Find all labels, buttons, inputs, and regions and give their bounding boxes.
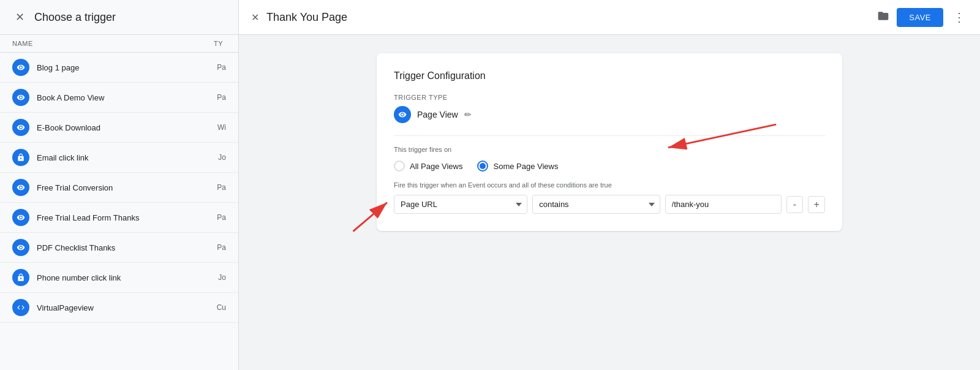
trigger-item-type: Wi: [214, 123, 226, 132]
page-view-icon: [394, 106, 411, 123]
close-right-panel-button[interactable]: ✕: [251, 12, 259, 23]
some-page-views-option[interactable]: Some Page Views: [477, 160, 558, 172]
trigger-item-type: Jo: [214, 273, 226, 282]
add-condition-button[interactable]: +: [808, 196, 825, 213]
list-item[interactable]: Phone number click link Jo: [0, 263, 238, 293]
eye-icon: [12, 89, 29, 106]
list-item[interactable]: PDF Checklist Thanks Pa: [0, 233, 238, 263]
lock-icon: [12, 269, 29, 286]
trigger-item-name: Phone number click link: [37, 273, 206, 282]
trigger-item-name: E-Book Download: [37, 123, 206, 132]
contains-select[interactable]: contains: [532, 195, 660, 214]
list-item[interactable]: Book A Demo View Pa: [0, 83, 238, 113]
trigger-item-name: Free Trial Conversion: [37, 183, 206, 192]
trigger-item-type: Pa: [214, 63, 226, 72]
trigger-item-type: Pa: [214, 243, 226, 252]
trigger-item-name: Blog 1 page: [37, 63, 206, 72]
all-page-views-radio[interactable]: [394, 160, 405, 172]
list-item[interactable]: VirtualPageview Cu: [0, 293, 238, 323]
edit-trigger-type-button[interactable]: ✏: [464, 110, 472, 119]
radio-row: All Page Views Some Page Views: [394, 160, 825, 172]
list-item[interactable]: Blog 1 page Pa: [0, 53, 238, 83]
table-header: Name Ty: [0, 35, 238, 53]
config-card-title: Trigger Configuration: [394, 70, 825, 81]
more-options-button[interactable]: ⋮: [951, 7, 968, 27]
left-panel-title: Choose a trigger: [34, 11, 116, 24]
condition-row: Page URL contains - +: [394, 195, 825, 214]
eye-icon: [12, 179, 29, 196]
folder-icon: [877, 10, 889, 25]
left-panel: ✕ Choose a trigger Name Ty Blog 1 page P…: [0, 0, 239, 370]
trigger-item-name: VirtualPageview: [37, 303, 206, 312]
trigger-item-type: Pa: [214, 213, 226, 222]
lock-icon: [12, 149, 29, 166]
trigger-list: Blog 1 page Pa Book A Demo View Pa E-Boo…: [0, 53, 238, 370]
fires-on-label: This trigger fires on: [394, 146, 825, 153]
condition-value-input[interactable]: [665, 195, 782, 214]
right-panel: ✕ Thank You Page SAVE ⋮ Trigge: [239, 0, 980, 370]
remove-condition-button[interactable]: -: [786, 196, 804, 213]
left-header: ✕ Choose a trigger: [0, 0, 238, 35]
column-type-header: Ty: [214, 40, 226, 47]
right-header: ✕ Thank You Page SAVE ⋮: [239, 0, 980, 35]
condition-label: Fire this trigger when an Event occurs a…: [394, 181, 825, 189]
trigger-type-label: Trigger type: [394, 94, 825, 101]
trigger-item-type: Cu: [214, 303, 226, 312]
trigger-item-name: Free Trial Lead Form Thanks: [37, 213, 206, 222]
save-button[interactable]: SAVE: [897, 8, 943, 27]
trigger-item-name: Email click link: [37, 153, 206, 162]
list-item[interactable]: Free Trial Conversion Pa: [0, 173, 238, 203]
list-item[interactable]: Email click link Jo: [0, 143, 238, 173]
some-page-views-radio[interactable]: [477, 160, 488, 172]
trigger-item-type: Pa: [214, 183, 226, 192]
divider: [394, 135, 825, 136]
trigger-item-name: PDF Checklist Thanks: [37, 243, 206, 252]
some-page-views-label: Some Page Views: [493, 162, 558, 171]
eye-icon: [12, 239, 29, 256]
page-view-label: Page View: [417, 110, 458, 119]
list-item[interactable]: Free Trial Lead Form Thanks Pa: [0, 203, 238, 233]
trigger-item-type: Jo: [214, 153, 226, 162]
eye-icon: [12, 209, 29, 226]
trigger-config-card: Trigger Configuration Trigger type Page …: [377, 53, 842, 231]
column-name-header: Name: [12, 40, 214, 47]
page-url-select[interactable]: Page URL: [394, 195, 527, 214]
trigger-item-type: Pa: [214, 93, 226, 102]
right-content: Trigger Configuration Trigger type Page …: [239, 35, 980, 370]
all-page-views-option[interactable]: All Page Views: [394, 160, 462, 172]
trigger-item-name: Book A Demo View: [37, 93, 206, 102]
list-item[interactable]: E-Book Download Wi: [0, 113, 238, 143]
code-icon: [12, 299, 29, 316]
trigger-type-row: Page View ✏: [394, 106, 825, 123]
close-left-panel-button[interactable]: ✕: [12, 10, 27, 25]
all-page-views-label: All Page Views: [410, 162, 462, 171]
right-panel-title: Thank You Page: [266, 11, 870, 24]
eye-icon: [12, 119, 29, 136]
eye-icon: [12, 59, 29, 76]
